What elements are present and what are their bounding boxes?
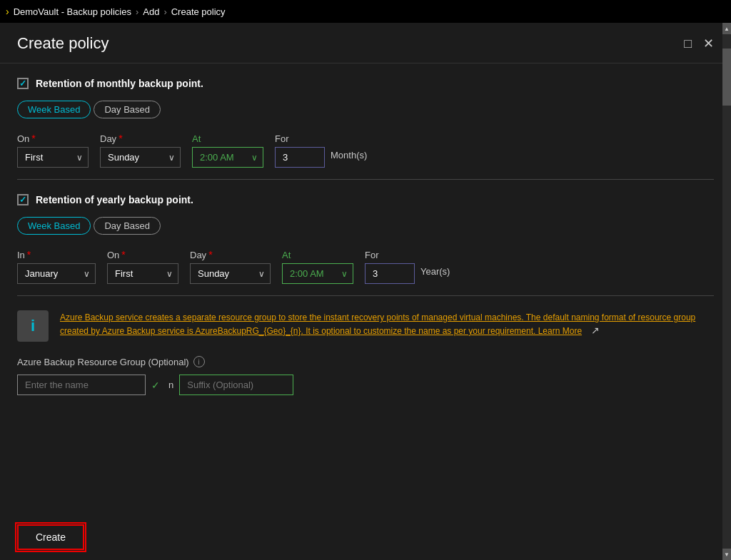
yearly-for-input[interactable] [365, 263, 415, 284]
resource-inputs-row: ✓ n [17, 375, 714, 395]
scrollbar-down-arrow[interactable]: ▼ [722, 549, 731, 560]
resource-group-info-icon[interactable]: i [193, 356, 205, 367]
yearly-label: Retention of yearly backup point. [36, 194, 193, 205]
yearly-day-select-wrapper: Sunday Monday Tuesday Wednesday Thursday… [190, 263, 271, 284]
yearly-for-group: For Year(s) [365, 250, 450, 284]
monthly-form-row: On * First Second Third Fourth Last [17, 133, 714, 168]
yearly-at-group: At 2:00 AM 4:00 AM 6:00 AM 8:00 AM 12:00… [282, 250, 353, 284]
monthly-day-select-wrapper: Sunday Monday Tuesday Wednesday Thursday… [100, 147, 181, 168]
monthly-on-select[interactable]: First Second Third Fourth Last [17, 147, 89, 168]
nav-arrow: › [6, 6, 9, 17]
info-text[interactable]: Azure Backup service creates a separate … [60, 312, 695, 336]
nav-crumb-3[interactable]: Create policy [171, 6, 226, 17]
breadcrumb-sep-1: › [136, 6, 138, 17]
resource-check-icon: ✓ [148, 380, 163, 391]
monthly-on-select-wrapper: First Second Third Fourth Last [17, 147, 89, 168]
bottom-bar: Create [0, 514, 731, 560]
yearly-in-group: In * January February March April May Ju… [17, 249, 96, 284]
yearly-section: Retention of yearly backup point. Week B… [17, 180, 714, 296]
yearly-on-star: * [121, 249, 125, 260]
external-link-icon[interactable]: ↗ [591, 325, 600, 336]
monthly-week-based-button[interactable]: Week Based [17, 101, 91, 118]
monthly-day-based-button[interactable]: Day Based [94, 101, 161, 118]
yearly-day-based-button[interactable]: Day Based [94, 217, 161, 235]
resource-n-label: n [166, 380, 176, 390]
resource-group-section: Azure Backup Resource Group (Optional) i… [17, 356, 714, 407]
yearly-in-select[interactable]: January February March April May June Ju… [17, 263, 96, 284]
yearly-in-label: In * [17, 249, 96, 260]
monthly-day-select[interactable]: Sunday Monday Tuesday Wednesday Thursday… [100, 147, 181, 168]
nav-crumb-2[interactable]: Add [143, 6, 159, 17]
info-box: i Azure Backup service creates a separat… [17, 310, 714, 342]
yearly-in-star: * [27, 249, 31, 260]
yearly-unit: Year(s) [420, 266, 450, 282]
breadcrumb-sep-2: › [163, 6, 166, 17]
create-button[interactable]: Create [17, 524, 84, 550]
monthly-checkbox-row: Retention of monthly backup point. [17, 78, 714, 89]
monthly-unit: Month(s) [331, 150, 367, 166]
monthly-at-group: At 2:00 AM 4:00 AM 6:00 AM 8:00 AM 12:00… [192, 133, 263, 168]
topbar: › DemoVault - Backup policies › Add › Cr… [0, 0, 731, 23]
info-content: Azure Backup service creates a separate … [60, 310, 714, 337]
monthly-day-label: Day * [100, 133, 181, 144]
monthly-label: Retention of monthly backup point. [36, 78, 203, 89]
yearly-day-label: Day * [190, 249, 271, 260]
monthly-checkbox[interactable] [17, 78, 29, 89]
yearly-on-select-wrapper: First Second Third Fourth Last [107, 263, 178, 284]
yearly-day-group: Day * Sunday Monday Tuesday Wednesday Th… [190, 249, 271, 284]
yearly-checkbox[interactable] [17, 194, 29, 205]
info-icon: i [17, 310, 49, 342]
yearly-at-select-wrapper: 2:00 AM 4:00 AM 6:00 AM 8:00 AM 12:00 PM [282, 263, 353, 284]
monthly-day-group: Day * Sunday Monday Tuesday Wednesday Th… [100, 133, 181, 168]
panel-header-icons: □ ✕ [684, 37, 714, 50]
monthly-day-star: * [119, 133, 122, 144]
yearly-day-star: * [208, 249, 212, 260]
monthly-for-input[interactable] [275, 147, 325, 168]
monthly-on-star: * [31, 133, 35, 144]
suffix-input[interactable] [179, 375, 293, 395]
yearly-day-select[interactable]: Sunday Monday Tuesday Wednesday Thursday… [190, 263, 271, 284]
monthly-at-select-wrapper: 2:00 AM 4:00 AM 6:00 AM 8:00 AM 12:00 PM [192, 147, 263, 168]
panel-title: Create policy [17, 34, 109, 53]
yearly-on-label: On * [107, 249, 178, 260]
monthly-on-group: On * First Second Third Fourth Last [17, 133, 89, 168]
resource-group-label: Azure Backup Resource Group (Optional) i [17, 356, 714, 367]
monthly-for-group: For Month(s) [275, 133, 367, 168]
yearly-toggle-group: Week Based Day Based [17, 217, 714, 235]
close-button[interactable]: ✕ [703, 37, 714, 50]
panel-header: Create policy □ ✕ [0, 23, 731, 63]
create-policy-panel: Create policy □ ✕ Retention of monthly b… [0, 23, 731, 560]
yearly-on-group: On * First Second Third Fourth Last [107, 249, 178, 284]
monthly-section: Retention of monthly backup point. Week … [17, 63, 714, 180]
yearly-checkbox-row: Retention of yearly backup point. [17, 194, 714, 205]
yearly-at-select[interactable]: 2:00 AM 4:00 AM 6:00 AM 8:00 AM 12:00 PM [282, 263, 353, 284]
yearly-at-label: At [282, 250, 353, 260]
monthly-at-select[interactable]: 2:00 AM 4:00 AM 6:00 AM 8:00 AM 12:00 PM [192, 147, 263, 168]
scrollbar-up-arrow[interactable]: ▲ [722, 23, 731, 34]
monthly-on-label: On * [17, 133, 89, 144]
monthly-for-label: For [275, 133, 367, 144]
scrollbar-thumb[interactable] [722, 49, 731, 106]
yearly-in-select-wrapper: January February March April May June Ju… [17, 263, 96, 284]
scrollbar-track[interactable]: ▲ ▼ [722, 23, 731, 560]
yearly-week-based-button[interactable]: Week Based [17, 217, 91, 235]
resource-name-input[interactable] [17, 375, 146, 395]
yearly-on-select[interactable]: First Second Third Fourth Last [107, 263, 178, 284]
yearly-form-row: In * January February March April May Ju… [17, 249, 714, 284]
monthly-at-label: At [192, 133, 263, 144]
yearly-for-label: For [365, 250, 450, 260]
monthly-toggle-group: Week Based Day Based [17, 101, 714, 118]
panel-content[interactable]: Retention of monthly backup point. Week … [0, 63, 731, 514]
nav-crumb-1[interactable]: DemoVault - Backup policies [14, 6, 131, 17]
restore-window-button[interactable]: □ [684, 37, 692, 50]
